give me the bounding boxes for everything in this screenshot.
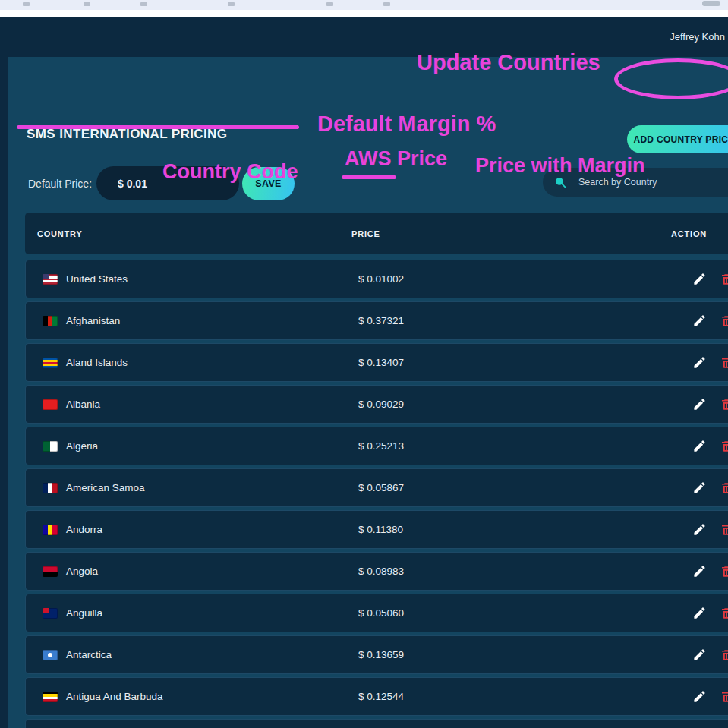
search-input[interactable]: [577, 176, 717, 188]
country-name: Angola: [66, 566, 98, 577]
row-actions: [692, 314, 728, 328]
country-flag-icon: [43, 358, 58, 368]
table-row: Argentina$ 0.09059: [25, 719, 728, 728]
browser-chrome-remnant: [0, 0, 728, 10]
browser-toolbar-remnant: [702, 1, 720, 6]
row-actions: [692, 397, 728, 411]
edit-icon[interactable]: [692, 606, 707, 620]
country-flag-icon: [43, 274, 58, 285]
table-row: Antarctica$ 0.13659: [25, 635, 728, 674]
price-value: $ 0.08983: [358, 566, 404, 577]
edit-icon[interactable]: [692, 481, 707, 495]
save-button[interactable]: SAVE: [242, 167, 295, 200]
trash-icon[interactable]: [720, 273, 728, 286]
table-row: Algeria$ 0.25213: [25, 427, 728, 465]
search-box[interactable]: [543, 168, 728, 197]
country-name: Antarctica: [66, 649, 112, 660]
price-value: $ 0.05060: [358, 607, 404, 619]
pricing-table: COUNTRY PRICE ACTION United States$ 0.01…: [25, 213, 728, 728]
default-price-label: Default Price:: [28, 178, 92, 190]
table-row: Anguilla$ 0.05060: [25, 594, 728, 632]
app-header: Jeffrey Kohn: [0, 17, 728, 57]
trash-icon[interactable]: [720, 648, 728, 662]
page-title: SMS INTERNATIONAL PRICING: [27, 127, 227, 142]
edit-icon[interactable]: [692, 355, 707, 370]
price-value: $ 0.13659: [358, 649, 404, 660]
country-flag-icon: [43, 608, 58, 619]
row-actions: [692, 689, 728, 704]
price-value: $ 0.13407: [358, 357, 404, 368]
user-name[interactable]: Jeffrey Kohn: [670, 31, 728, 43]
edit-icon[interactable]: [692, 648, 707, 662]
trash-icon[interactable]: [720, 356, 728, 370]
country-name: Afghanistan: [66, 315, 120, 326]
country-flag-icon: [43, 650, 58, 660]
bookmark-remnant: [84, 2, 90, 6]
country-flag-icon: [43, 399, 58, 410]
edit-icon[interactable]: [692, 522, 707, 537]
default-price-input[interactable]: [96, 166, 239, 200]
browser-divider: [0, 10, 728, 17]
row-actions: [692, 439, 728, 453]
trash-icon[interactable]: [720, 607, 728, 620]
row-actions: [692, 355, 728, 370]
table-body: United States$ 0.01002 Afghanistan$ 0.37…: [25, 260, 728, 728]
bookmark-remnant: [140, 2, 147, 6]
bookmark-remnant: [383, 2, 390, 6]
left-edge-strip: [0, 57, 8, 728]
price-value: $ 0.11380: [358, 524, 403, 535]
country-name: Aland Islands: [66, 357, 128, 368]
main-content: SMS INTERNATIONAL PRICING ADD COUNTRY PR…: [0, 57, 728, 728]
country-flag-icon: [43, 441, 58, 452]
screen: Jeffrey Kohn SMS INTERNATIONAL PRICING A…: [0, 0, 728, 728]
column-header-price: PRICE: [351, 229, 380, 238]
edit-icon[interactable]: [692, 564, 707, 578]
search-icon: [553, 175, 568, 190]
price-value: $ 0.25213: [358, 440, 404, 452]
table-row: Andorra$ 0.11380: [25, 510, 728, 549]
price-value: $ 0.12544: [358, 691, 404, 702]
table-row: Angola$ 0.08983: [25, 552, 728, 591]
country-flag-icon: [43, 316, 58, 326]
bookmark-remnant: [228, 2, 235, 6]
price-value: $ 0.01002: [358, 273, 404, 285]
row-actions: [692, 606, 728, 620]
trash-icon[interactable]: [720, 314, 728, 328]
trash-icon[interactable]: [720, 481, 728, 495]
column-header-country: COUNTRY: [25, 229, 83, 238]
country-flag-icon: [43, 483, 58, 493]
table-row: Antigua And Barbuda$ 0.12544: [25, 677, 728, 716]
country-name: Andorra: [66, 524, 102, 535]
country-flag-icon: [43, 566, 58, 577]
trash-icon[interactable]: [720, 440, 728, 453]
price-value: $ 0.05867: [358, 482, 404, 493]
edit-icon[interactable]: [692, 272, 707, 286]
edit-icon[interactable]: [692, 439, 707, 453]
country-name: Antigua And Barbuda: [66, 691, 163, 702]
country-name: American Samoa: [66, 482, 145, 493]
country-name: Anguilla: [66, 607, 102, 619]
price-value: $ 0.37321: [358, 315, 404, 326]
edit-icon[interactable]: [692, 397, 707, 411]
bookmark-remnant: [23, 2, 30, 6]
edit-icon[interactable]: [692, 689, 707, 704]
row-actions: [692, 481, 728, 495]
trash-icon[interactable]: [720, 690, 728, 704]
table-row: American Samoa$ 0.05867: [25, 468, 728, 507]
table-row: Afghanistan$ 0.37321: [25, 301, 728, 340]
trash-icon[interactable]: [720, 398, 728, 411]
row-actions: [692, 272, 728, 286]
country-name: United States: [66, 273, 128, 285]
trash-icon[interactable]: [720, 565, 728, 578]
bookmark-remnant: [326, 2, 333, 6]
row-actions: [692, 522, 728, 537]
country-flag-icon: [43, 525, 58, 535]
country-flag-icon: [43, 692, 58, 702]
add-country-price-button[interactable]: ADD COUNTRY PRICE: [627, 125, 728, 153]
edit-icon[interactable]: [692, 314, 707, 328]
table-row: United States$ 0.01002: [25, 260, 728, 298]
country-name: Algeria: [66, 440, 98, 452]
table-row: Aland Islands$ 0.13407: [25, 343, 728, 382]
price-value: $ 0.09029: [358, 399, 404, 410]
trash-icon[interactable]: [720, 523, 728, 537]
